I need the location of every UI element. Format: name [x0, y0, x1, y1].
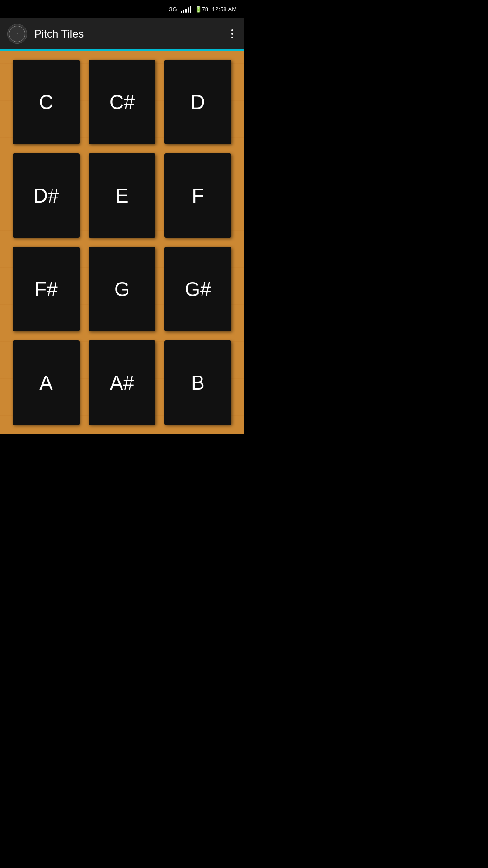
pitch-tile-e[interactable]: E [89, 153, 155, 238]
signal-bar-4 [188, 7, 189, 13]
pitch-tile-a[interactable]: A [13, 340, 80, 425]
signal-bar-2 [183, 10, 184, 13]
app-bar: ♪ Pitch Tiles [0, 18, 244, 51]
more-dot-2 [231, 33, 233, 35]
network-indicator: 3G [169, 6, 177, 13]
pitch-label-g: G [114, 278, 130, 301]
pitch-label-f-sharp: F# [34, 278, 57, 301]
pitch-label-c-sharp: C# [109, 91, 135, 113]
pitch-tile-g-sharp[interactable]: G# [164, 247, 231, 331]
more-menu-button[interactable] [228, 26, 237, 42]
signal-bar-5 [190, 6, 191, 13]
pitch-tiles-grid: CC#DD#EFF#GG#AA#B [0, 51, 244, 434]
pitch-tile-d[interactable]: D [164, 60, 231, 144]
battery-icon: 🔋78 [195, 6, 208, 13]
pitch-tile-f[interactable]: F [164, 153, 231, 238]
pitch-tile-c-sharp[interactable]: C# [89, 60, 155, 144]
pitch-label-e: E [115, 184, 128, 207]
pitch-label-b: B [191, 372, 204, 394]
pitch-tile-b[interactable]: B [164, 340, 231, 425]
battery-level: 78 [202, 6, 208, 13]
pitch-label-a-sharp: A# [110, 372, 134, 394]
pitch-label-d-sharp: D# [33, 184, 59, 207]
pitch-tile-g[interactable]: G [89, 247, 155, 331]
time-display: 12:58 AM [212, 6, 237, 13]
pitch-tile-d-sharp[interactable]: D# [13, 153, 80, 238]
pitch-tile-a-sharp[interactable]: A# [89, 340, 155, 425]
status-bar: 3G 🔋78 12:58 AM [0, 0, 244, 18]
more-dot-3 [231, 37, 233, 38]
signal-bars-icon [181, 5, 191, 13]
app-logo-inner: ♪ [9, 26, 25, 42]
pitch-label-c: C [39, 91, 53, 113]
pitch-tile-f-sharp[interactable]: F# [13, 247, 80, 331]
pitch-label-f: F [192, 184, 204, 207]
signal-bar-1 [181, 11, 182, 13]
more-dot-1 [231, 29, 233, 31]
app-title: Pitch Tiles [34, 28, 228, 40]
pitch-label-a: A [39, 372, 52, 394]
signal-bar-3 [185, 9, 187, 13]
pitch-label-g-sharp: G# [185, 278, 211, 301]
pitch-tile-c[interactable]: C [13, 60, 80, 144]
app-logo-text: ♪ [17, 32, 18, 35]
pitch-label-d: D [191, 91, 205, 113]
app-logo: ♪ [7, 24, 27, 44]
